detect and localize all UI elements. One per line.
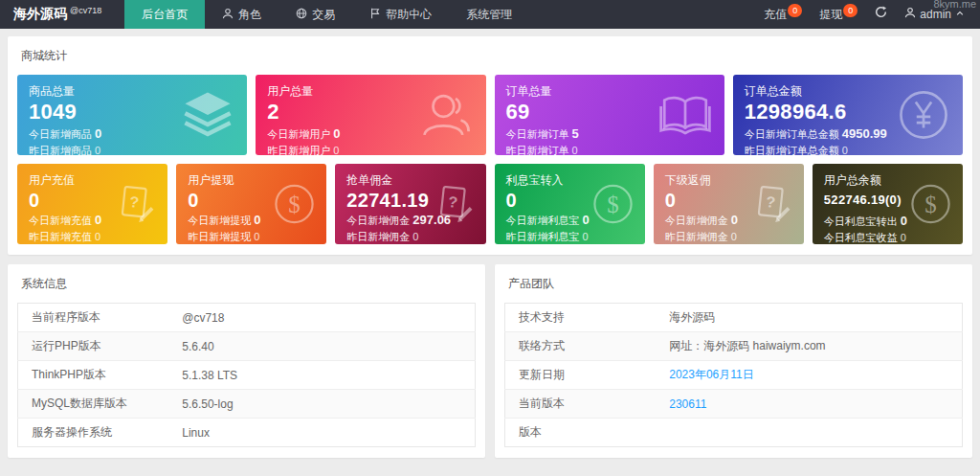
line-label: 今日新增订单 xyxy=(506,128,569,140)
main-menu: 后台首页 角色 交易 帮助中心 系统管理 xyxy=(124,0,529,29)
table-row: 更新日期2023年06月11日 xyxy=(505,361,963,390)
brand-title: 海外源码 xyxy=(13,6,67,23)
bottom-panels: 系统信息 当前程序版本@cv718 运行PHP版本5.6.40 ThinkPHP… xyxy=(8,264,972,458)
withdraw-label: 提现 xyxy=(819,0,842,29)
recharge-count-badge: 0 xyxy=(788,4,802,17)
yen-circle-icon xyxy=(896,87,951,143)
nav-tab-label: 角色 xyxy=(238,7,261,23)
refresh-icon xyxy=(875,0,887,29)
card-line-yesterday: 昨日新增订单0 xyxy=(506,144,713,155)
user-icon xyxy=(222,8,234,22)
user-avatar-icon xyxy=(904,0,916,29)
panel-title: 商城统计 xyxy=(17,45,963,75)
card-line-yesterday: 昨日新增商品0 xyxy=(29,144,235,155)
line-value: 0 xyxy=(95,231,100,242)
question-doc-icon: ? xyxy=(749,182,794,227)
dollar-circle-icon: $ xyxy=(272,182,317,227)
nav-tab-roles[interactable]: 角色 xyxy=(205,0,278,29)
line-value: 0 xyxy=(95,126,101,141)
recharge-button[interactable]: 充值 0 xyxy=(755,0,811,29)
page: 海外源码 @cv718 后台首页 角色 交易 xyxy=(0,0,980,476)
navbar: 海外源码 @cv718 后台首页 角色 交易 xyxy=(0,0,980,29)
table-row: 服务器操作系统Linux xyxy=(18,419,476,447)
nav-tab-label: 系统管理 xyxy=(466,7,512,23)
withdraw-count-badge: 0 xyxy=(843,4,858,17)
line-label: 今日新增商品 xyxy=(29,128,92,140)
users-icon xyxy=(419,87,475,143)
line-value: 0 xyxy=(731,231,737,242)
info-value: 网址：海外源码 haiwaiym.com xyxy=(656,332,962,361)
system-info-table: 当前程序版本@cv718 运行PHP版本5.6.40 ThinkPHP版本5.1… xyxy=(17,303,476,447)
update-date-link[interactable]: 2023年06月11日 xyxy=(669,368,754,381)
card-line-yesterday: 昨日新增订单总金额0 xyxy=(745,144,951,155)
info-value: 2023年06月11日 xyxy=(656,361,962,390)
product-team-table: 技术支持海外源码 联络方式网址：海外源码 haiwaiym.com 更新日期20… xyxy=(504,303,963,447)
line-label: 昨日新增利息宝 xyxy=(506,231,580,242)
nav-tab-label: 交易 xyxy=(312,7,335,23)
table-row: 当前程序版本@cv718 xyxy=(18,304,476,332)
line-label: 昨日新增充值 xyxy=(29,231,92,242)
info-label: 当前版本 xyxy=(505,390,657,419)
nav-tab-trade[interactable]: 交易 xyxy=(278,0,352,29)
table-row: ThinkPHP版本5.1.38 LTS xyxy=(18,361,476,390)
recharge-label: 充值 xyxy=(764,0,787,29)
stat-card-order-amount: 订单总金额 1298964.6 今日新增订单总金额4950.99 昨日新增订单总… xyxy=(733,75,963,155)
line-value: 0 xyxy=(901,232,906,243)
refresh-button[interactable] xyxy=(866,0,896,29)
line-value: 4950.99 xyxy=(842,126,887,141)
nav-tab-help-center[interactable]: 帮助中心 xyxy=(352,0,449,29)
line-label: 今日新增佣金 xyxy=(665,215,728,226)
nav-tab-system[interactable]: 系统管理 xyxy=(449,0,529,29)
info-label: 运行PHP版本 xyxy=(18,332,169,361)
globe-icon xyxy=(296,8,307,22)
dollar-circle-icon: $ xyxy=(590,182,635,227)
line-value: 0 xyxy=(254,213,260,227)
line-label: 昨日新增订单总金额 xyxy=(745,145,839,155)
svg-text:$: $ xyxy=(924,192,936,217)
line-value: 0 xyxy=(95,145,100,155)
card-line-yesterday: 昨日新增利息宝0 xyxy=(506,230,634,244)
card-line-yesterday: 昨日新增佣金0 xyxy=(665,230,792,244)
line-label: 今日新增用户 xyxy=(267,128,330,140)
svg-text:?: ? xyxy=(129,193,141,211)
svg-text:?: ? xyxy=(447,193,458,211)
line-value: 5 xyxy=(572,126,579,141)
table-row: 联络方式网址：海外源码 haiwaiym.com xyxy=(505,332,963,361)
info-label: ThinkPHP版本 xyxy=(18,361,169,390)
system-info-panel: 系统信息 当前程序版本@cv718 运行PHP版本5.6.40 ThinkPHP… xyxy=(8,264,485,458)
stats-row-2: 用户充值 0 今日新增充值0 昨日新增充值0 ? 用户提现 0 今日新增提现0 … xyxy=(17,164,963,244)
line-label: 昨日新增用户 xyxy=(267,145,330,155)
brand-version-badge: @cv718 xyxy=(70,6,101,15)
stat-card-goods-total: 商品总量 1049 今日新增商品0 昨日新增商品0 xyxy=(17,75,247,155)
line-value: 0 xyxy=(254,231,259,242)
info-value: 230611 xyxy=(656,390,962,419)
brand[interactable]: 海外源码 @cv718 xyxy=(0,0,115,29)
line-label: 今日新增提现 xyxy=(188,215,251,226)
line-value: 0 xyxy=(333,126,340,141)
stat-card-interest-in: 利息宝转入 0 今日新增利息宝0 昨日新增利息宝0 $ xyxy=(495,164,645,244)
nav-tab-label: 帮助中心 xyxy=(386,7,432,23)
line-label: 今日新增订单总金额 xyxy=(745,128,839,140)
withdraw-button[interactable]: 提现 0 xyxy=(811,0,866,29)
stat-card-sub-rebate: 下级返佣 0 今日新增佣金0 昨日新增佣金0 ? xyxy=(654,164,804,244)
line-value: 0 xyxy=(412,231,418,242)
stat-card-orders-total: 订单总量 69 今日新增订单5 昨日新增订单0 xyxy=(495,75,724,155)
stat-card-user-recharge: 用户充值 0 今日新增充值0 昨日新增充值0 ? xyxy=(17,164,167,244)
current-version-link[interactable]: 230611 xyxy=(669,397,706,411)
line-label: 昨日新增订单 xyxy=(506,145,569,155)
table-row: 当前版本230611 xyxy=(505,390,963,419)
card-line-yesterday: 今日利息宝收益0 xyxy=(824,231,951,244)
table-row: 运行PHP版本5.6.40 xyxy=(18,332,476,361)
line-value: 0 xyxy=(731,213,738,227)
mall-stats-panel: 商城统计 商品总量 1049 今日新增商品0 昨日新增商品0 用户总量 2 今日… xyxy=(8,36,972,255)
info-label: 联络方式 xyxy=(505,332,657,361)
card-line-yesterday: 昨日新增提现0 xyxy=(188,230,315,244)
svg-text:$: $ xyxy=(607,192,618,217)
info-label: 版本 xyxy=(505,419,657,447)
card-line-yesterday: 昨日新增佣金0 xyxy=(346,230,474,244)
line-label: 昨日新增商品 xyxy=(29,145,92,155)
nav-tab-dashboard[interactable]: 后台首页 xyxy=(124,0,205,29)
stat-card-users-total: 用户总量 2 今日新增用户0 昨日新增用户0 xyxy=(256,75,485,155)
card-line-yesterday: 昨日新增用户0 xyxy=(267,144,474,155)
info-value: Linux xyxy=(168,419,475,447)
